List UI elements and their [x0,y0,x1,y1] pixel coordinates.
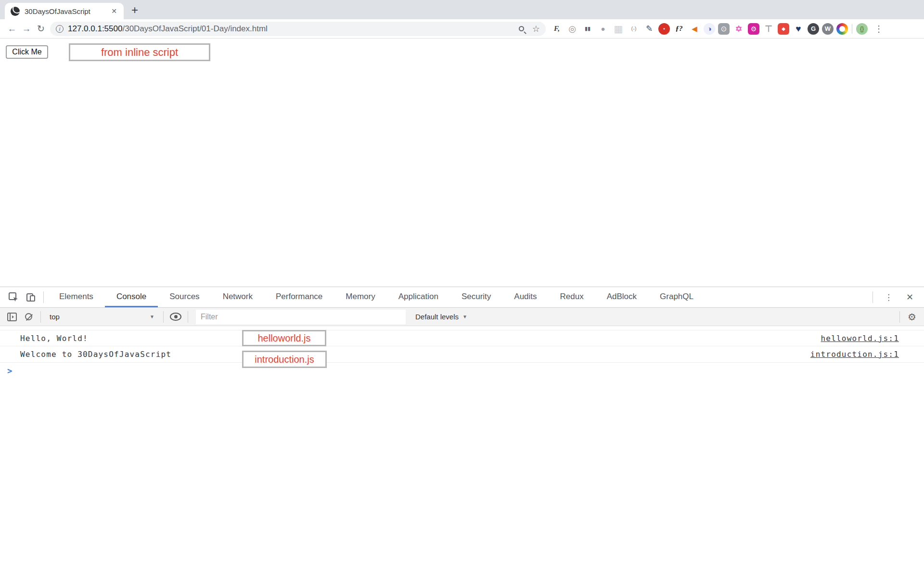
devtools-tab-bar: Elements Console Sources Network Perform… [0,287,924,308]
bookmark-star-icon[interactable]: ☆ [532,24,540,34]
click-me-button[interactable]: Click Me [6,45,48,59]
devtools-menu-dots-icon[interactable]: ⋮ [879,292,898,302]
devtools-close-icon[interactable]: ✕ [900,292,919,302]
devtools-divider [873,291,873,303]
chevron-down-icon: ▼ [462,314,467,319]
swirl-ext-icon[interactable]: ◑ [704,23,715,35]
paren-dash-ext-icon[interactable]: (-) [628,23,640,35]
console-settings-gear-icon[interactable]: ⚙ [904,311,920,323]
tab-adblock[interactable]: AdBlock [595,287,648,307]
live-expression-eye-icon[interactable] [167,313,184,321]
page-content: Click Me from inline script [0,39,924,287]
eyedropper-ext-icon[interactable]: ✎ [643,23,655,35]
reload-icon[interactable]: ↻ [34,22,48,36]
console-prompt[interactable]: > [0,363,924,379]
devtools-divider [43,291,44,303]
tab-audits[interactable]: Audits [502,287,548,307]
browser-menu-dots-icon[interactable]: ⋮ [872,24,886,34]
console-toolbar-divider [899,311,900,323]
console-log-row: Welcome to 30DaysOfJavaScript introducti… [0,346,924,363]
url-host: 127.0.0.1:5500 [68,24,122,33]
g-circle-ext-icon[interactable]: G [808,23,819,35]
tab-redux[interactable]: Redux [549,287,595,307]
url-path: /30DaysOfJavaScript/01-Day/index.html [122,24,267,33]
log-text: Welcome to 30DaysOfJavaScript [20,350,171,359]
tab-security[interactable]: Security [450,287,502,307]
url-text: 127.0.0.1:5500/30DaysOfJavaScript/01-Day… [68,24,268,34]
javascript-context-select[interactable]: top ▼ [45,310,159,324]
back-icon[interactable]: ← [5,22,19,36]
megaphone-ext-icon[interactable]: ◀ [688,23,701,35]
w-circle-ext-icon[interactable]: W [822,23,834,35]
helloworld-annotation: helloworld.js [242,330,326,346]
chevron-down-icon: ▼ [150,314,154,319]
browser-tab[interactable]: 30DaysOfJavaScript ✕ [5,3,124,19]
camera-ext-icon[interactable]: ⊙ [718,23,730,35]
devtools-right-controls: ⋮ ✕ [869,287,924,307]
inspect-element-icon[interactable] [5,287,22,307]
tab-console[interactable]: Console [105,287,158,307]
levels-label: Default levels [415,313,459,321]
devtools-panel: Elements Console Sources Network Perform… [0,287,924,379]
stop-hand-ext-icon[interactable]: ▪ [658,23,670,35]
grid-ext-icon[interactable]: ▦ [612,23,625,35]
favicon-globe-icon [11,7,20,16]
forward-icon[interactable]: → [19,22,34,36]
context-label: top [50,313,150,321]
console-messages: Hello, World! helloworld.js:1 Welcome to… [0,330,924,379]
console-filter-input[interactable] [196,310,406,324]
devtools-tabs: Elements Console Sources Network Perform… [48,287,705,307]
console-toolbar: top ▼ Default levels ▼ ⚙ [0,308,924,326]
json-viewer-ext-icon[interactable]: {} [856,23,868,35]
tab-graphql[interactable]: GraphQL [648,287,705,307]
browser-tab-strip: 30DaysOfJavaScript ✕ + [0,0,924,19]
site-info-icon[interactable]: i [56,25,64,33]
tag-ext-icon[interactable]: ⊤ [762,23,775,35]
introduction-annotation: introduction.js [242,351,327,368]
gear-square-ext-icon[interactable]: ⚙ [748,23,759,35]
browser-toolbar: ← → ↻ i 127.0.0.1:5500/30DaysOfJavaScrip… [0,19,924,39]
tab-elements[interactable]: Elements [48,287,105,307]
source-link[interactable]: helloworld.js:1 [821,334,899,343]
tab-close-icon[interactable]: ✕ [109,6,119,16]
address-bar[interactable]: i 127.0.0.1:5500/30DaysOfJavaScript/01-D… [50,22,546,36]
target-ext-icon[interactable]: ◎ [566,23,578,35]
tab-application[interactable]: Application [387,287,450,307]
bug-ext-icon[interactable]: ● [597,23,609,35]
prompt-chevron-icon: > [7,366,12,376]
console-toolbar-divider [40,311,41,323]
source-link[interactable]: introduction.js:1 [810,350,899,359]
tab-network[interactable]: Network [211,287,264,307]
console-toolbar-divider [163,311,164,323]
clear-console-icon[interactable] [20,313,37,320]
tab-performance[interactable]: Performance [264,287,334,307]
console-log-row: Hello, World! helloworld.js:1 [0,330,924,346]
new-tab-button[interactable]: + [131,3,138,17]
extension-bar: F, ◎ ▮▮ ● ▦ (-) ✎ ▪ ƒ? ◀ ◑ ⊙ ✡ ⚙ ⊤ [551,23,868,35]
inline-script-annotation: from inline script [69,43,210,61]
color-wheel-ext-icon[interactable] [836,23,848,35]
apollo-ext-icon[interactable]: ✡ [732,23,745,35]
zoom-icon[interactable] [519,26,524,31]
console-sidebar-toggle-icon[interactable] [4,312,20,322]
script-f-ext-icon[interactable]: F, [551,23,563,35]
function-help-ext-icon[interactable]: ƒ? [673,23,685,35]
heart-search-ext-icon[interactable]: ♥ [792,23,805,35]
tab-title: 30DaysOfJavaScript [25,7,104,15]
bookmark-ext-icon[interactable]: ◆ [778,23,789,35]
device-toolbar-icon[interactable] [22,287,39,307]
log-levels-select[interactable]: Default levels ▼ [412,310,470,324]
extensions-divider[interactable] [852,24,852,34]
console-toolbar-divider [188,311,188,323]
tab-sources[interactable]: Sources [158,287,211,307]
log-text: Hello, World! [20,334,88,343]
tab-memory[interactable]: Memory [334,287,386,307]
pause-bars-ext-icon[interactable]: ▮▮ [581,23,594,35]
